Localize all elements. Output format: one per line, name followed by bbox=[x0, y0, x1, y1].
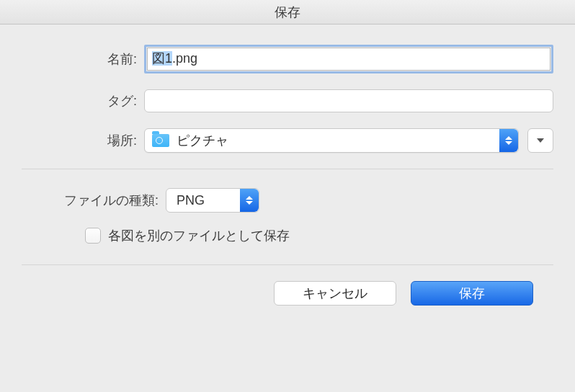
cancel-button[interactable]: キャンセル bbox=[274, 281, 396, 306]
tags-label: タグ: bbox=[22, 92, 144, 110]
filetype-popup[interactable]: PNG bbox=[166, 188, 259, 213]
filename-extension: .png bbox=[172, 51, 197, 66]
checkbox-label: 各図を別のファイルとして保存 bbox=[108, 227, 290, 244]
separator bbox=[22, 169, 553, 169]
location-value: ピクチャ bbox=[177, 132, 228, 149]
updown-icon bbox=[240, 189, 259, 212]
dialog-content: 名前: 図1.png タグ: 場所: ピクチャ bbox=[0, 24, 575, 306]
filename-input[interactable]: 図1.png bbox=[147, 48, 551, 71]
expand-button[interactable] bbox=[527, 128, 553, 153]
save-button[interactable]: 保存 bbox=[411, 281, 533, 306]
location-popup[interactable]: ピクチャ bbox=[144, 128, 519, 153]
dialog-footer: キャンセル 保存 bbox=[22, 265, 553, 306]
name-row: 名前: 図1.png bbox=[22, 45, 553, 74]
tags-row: タグ: bbox=[22, 89, 553, 112]
save-each-figure-checkbox[interactable] bbox=[85, 228, 101, 244]
name-focus-ring: 図1.png bbox=[144, 45, 553, 74]
name-label: 名前: bbox=[22, 50, 144, 68]
filetype-value: PNG bbox=[177, 193, 205, 208]
location-label: 場所: bbox=[22, 132, 144, 149]
folder-icon bbox=[152, 134, 169, 147]
updown-icon bbox=[499, 129, 518, 152]
chevron-down-icon bbox=[537, 138, 544, 143]
window-title: 保存 bbox=[0, 0, 575, 24]
filetype-row: ファイルの種類: PNG bbox=[22, 188, 553, 213]
checkbox-row: 各図を別のファイルとして保存 bbox=[22, 227, 553, 244]
filename-selection: 図1 bbox=[152, 51, 172, 66]
filetype-label: ファイルの種類: bbox=[22, 192, 166, 209]
tags-input[interactable] bbox=[144, 89, 553, 112]
location-row: 場所: ピクチャ bbox=[22, 128, 553, 153]
